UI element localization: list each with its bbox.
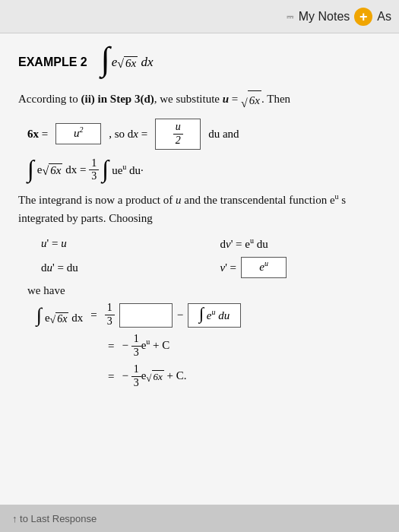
eq-sign-2: = — [108, 340, 114, 353]
top-bar: ⎓ My Notes + As — [0, 0, 399, 33]
add-note-button[interactable]: + — [354, 8, 372, 26]
v-prime-label: v' = — [220, 261, 237, 274]
choices-grid: u' = u dv' = eu du du' = du v' = eu — [41, 236, 381, 278]
example-header: EXAMPLE 2 ∫ e√6x dx — [18, 49, 381, 76]
final-box-1 — [119, 303, 173, 328]
eq-sign-1: = — [90, 309, 97, 321]
box-u-squared: u2 — [55, 123, 101, 144]
eq-sign-3: = — [108, 370, 114, 383]
main-content: EXAMPLE 2 ∫ e√6x dx According to (ii) in… — [0, 33, 399, 505]
body-text-paragraph: The integrand is now a product of u and … — [18, 191, 381, 227]
minus-sign-1: − — [177, 309, 183, 321]
one-third-2: 1 3 — [105, 302, 115, 328]
top-bar-right: ⎓ My Notes + As — [287, 8, 391, 26]
u-prime-cell: u' = u — [41, 236, 202, 251]
final-equations-block: ∫ e√6x dx = 1 3 − ∫ eu du = − 13eu + C = — [36, 302, 381, 390]
last-response-link[interactable]: ↑ to Last Response — [12, 513, 97, 524]
final-rhs-2: − 13eu + C — [122, 333, 169, 359]
du-prime-label: du' = du — [41, 261, 78, 274]
integral-display: ∫ e√6x dx — [101, 49, 154, 76]
integral-sym-3: ∫ — [102, 157, 109, 181]
box-u-over-2: u 2 — [155, 119, 201, 150]
du-and-label: du and — [208, 128, 239, 141]
integral-expression: e√6x dx — [112, 55, 154, 70]
sqrt-6x-inline: √6x — [241, 90, 261, 109]
my-notes-label: My Notes — [299, 10, 350, 24]
du-prime-cell: du' = du — [41, 257, 202, 278]
integral-lhs: e√6x dx = — [37, 163, 87, 178]
final-eq-line-1: ∫ e√6x dx = 1 3 − ∫ eu du — [36, 302, 381, 328]
final-rhs-3: − 13e√6x + C. — [122, 363, 186, 390]
as-label: As — [377, 10, 391, 24]
v-prime-cell: v' = eu — [220, 257, 382, 278]
integral-sym-2: ∫ — [27, 157, 34, 181]
step-ref: (ii) in Step 3(d) — [81, 93, 154, 105]
bottom-link-bar[interactable]: ↑ to Last Response — [0, 505, 399, 532]
so-dx-label: , so dx = — [109, 128, 147, 141]
final-box-2: ∫ eu du — [188, 303, 241, 328]
one-third-frac: 1 3 — [89, 157, 99, 184]
integral-symbol: ∫ — [101, 43, 110, 76]
u-prime-label: u' = u — [41, 237, 67, 250]
dv-prime-cell: dv' = eu du — [220, 236, 382, 251]
integral-equation-row: ∫ e√6x dx = 1 3 ∫ ueu du· — [27, 157, 381, 184]
example-label: EXAMPLE 2 — [18, 55, 87, 69]
substitution-paragraph: According to (ii) in Step 3(d), we subst… — [18, 90, 381, 109]
substitution-equation-row: 6x = u2 , so dx = u 2 du and — [27, 119, 381, 150]
6x-label: 6x = — [27, 128, 48, 141]
final-eq-line-3: = − 13e√6x + C. — [36, 363, 381, 390]
we-have-label: we have — [27, 284, 381, 297]
final-eq-line-2: = − 13eu + C — [36, 333, 381, 359]
v-box: eu — [241, 257, 287, 278]
integral-rhs: ueu du· — [112, 163, 144, 177]
notes-icon: ⎓ — [287, 10, 294, 24]
dv-prime-label: dv' = eu du — [220, 236, 268, 251]
final-lhs: ∫ e√6x dx — [36, 306, 83, 325]
